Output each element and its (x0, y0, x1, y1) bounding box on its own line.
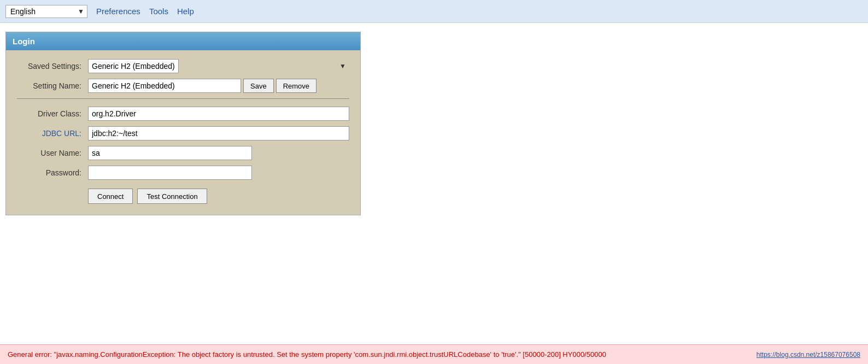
driver-class-input[interactable] (88, 107, 349, 121)
user-name-input[interactable] (88, 146, 252, 160)
password-row: Password: (17, 166, 349, 180)
login-panel-title: Login (13, 37, 35, 46)
password-label: Password: (17, 168, 88, 177)
saved-settings-label: Saved Settings: (17, 62, 88, 71)
save-button[interactable]: Save (243, 79, 274, 93)
driver-class-label: Driver Class: (17, 109, 88, 118)
jdbc-url-label[interactable]: JDBC URL: (17, 129, 88, 138)
setting-name-label: Setting Name: (17, 81, 88, 90)
main-content: Login Saved Settings: Generic H2 (Embedd… (0, 23, 868, 344)
saved-settings-arrow-icon: ▼ (339, 62, 346, 70)
jdbc-url-row: JDBC URL: (17, 126, 349, 140)
error-message: General error: "javax.naming.Configurati… (8, 350, 606, 359)
password-input[interactable] (88, 166, 252, 180)
nav-preferences-link[interactable]: Preferences (96, 7, 140, 16)
top-navbar: EnglishFrenchGermanSpanish ▼ Preferences… (0, 0, 868, 23)
saved-settings-row: Saved Settings: Generic H2 (Embedded)Gen… (17, 59, 349, 73)
login-panel-body: Saved Settings: Generic H2 (Embedded)Gen… (6, 50, 360, 215)
setting-name-input[interactable] (88, 79, 241, 93)
driver-class-row: Driver Class: (17, 107, 349, 121)
nav-help-link[interactable]: Help (177, 7, 194, 16)
form-divider (17, 98, 349, 99)
language-select[interactable]: EnglishFrenchGermanSpanish (5, 5, 87, 18)
remove-button[interactable]: Remove (276, 79, 316, 93)
user-name-label: User Name: (17, 149, 88, 157)
login-panel-header: Login (6, 32, 360, 50)
action-row: Connect Test Connection (17, 189, 349, 204)
saved-settings-select[interactable]: Generic H2 (Embedded)Generic H2 (Server)… (88, 59, 179, 73)
setting-name-row: Setting Name: Save Remove (17, 79, 349, 93)
connect-button[interactable]: Connect (88, 189, 133, 204)
language-selector-wrapper[interactable]: EnglishFrenchGermanSpanish ▼ (5, 5, 87, 18)
jdbc-url-input[interactable] (88, 126, 349, 140)
saved-settings-select-wrapper[interactable]: Generic H2 (Embedded)Generic H2 (Server)… (88, 59, 349, 73)
error-link[interactable]: https://blog.csdn.net/z15867076508 (756, 351, 860, 359)
error-bar: General error: "javax.naming.Configurati… (0, 344, 868, 364)
test-connection-button[interactable]: Test Connection (137, 189, 207, 204)
user-name-row: User Name: (17, 146, 349, 160)
nav-tools-link[interactable]: Tools (149, 7, 168, 16)
login-panel: Login Saved Settings: Generic H2 (Embedd… (5, 32, 361, 215)
